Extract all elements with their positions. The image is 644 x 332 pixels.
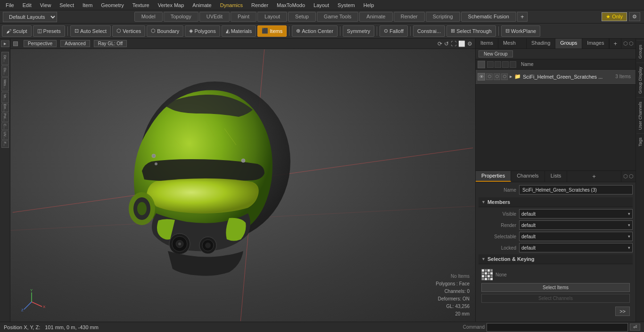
add-panel-tab-button[interactable]: + <box>609 39 621 49</box>
raygl-button[interactable]: Ray GL: Off <box>94 40 127 47</box>
arrow-expand-button[interactable]: >> <box>615 307 630 316</box>
menu-maxtomodo[interactable]: MaxToModo <box>273 1 309 9</box>
tab-properties[interactable]: Properties <box>476 171 511 182</box>
tab-topology[interactable]: Topology <box>164 12 198 22</box>
tab-paint[interactable]: Paint <box>231 12 256 22</box>
tab-animate[interactable]: Animate <box>359 12 392 22</box>
viewport[interactable]: Perspective Advanced Ray GL: Off ⟳ ↺ ⛶ ⬜… <box>10 39 475 322</box>
menu-edit[interactable]: Edit <box>19 1 35 9</box>
auto-select-button[interactable]: ⊡ Auto Select <box>70 25 111 37</box>
tab-shading[interactable]: Shading <box>527 39 555 49</box>
sculpt-button[interactable]: 🖌 Sculpt <box>2 25 32 37</box>
select-items-button[interactable]: Select Items <box>481 283 630 292</box>
select-through-button[interactable]: ⊞ Select Through <box>446 25 495 37</box>
group-icon-lock[interactable]: ⬡ <box>501 73 508 80</box>
sidebar-item-du[interactable]: Du... <box>1 65 9 77</box>
vertices-button[interactable]: ⬡ Vertices <box>112 25 145 37</box>
menu-geometry[interactable]: Geometry <box>97 1 127 9</box>
menu-animate[interactable]: Animate <box>189 1 215 9</box>
props-expand-icon[interactable]: ⬡ <box>623 173 628 179</box>
sidebar-item-de[interactable]: De... <box>1 52 9 65</box>
perspective-button[interactable]: Perspective <box>24 40 57 47</box>
tab-setup[interactable]: Setup <box>288 12 316 22</box>
layout-dropdown[interactable]: Default Layouts <box>3 12 57 22</box>
settings-button[interactable]: ⚙ <box>629 12 640 21</box>
viewport-corner[interactable] <box>13 41 18 46</box>
vert-tab-groups[interactable]: Groups <box>636 40 644 63</box>
tab-model[interactable]: Model <box>134 12 163 22</box>
presets-button[interactable]: ◫ Presets <box>33 25 65 37</box>
menu-layout[interactable]: Layout <box>310 1 333 9</box>
sidebar-item-vert[interactable]: Ve... <box>1 92 9 103</box>
viewport-icon-expand[interactable]: ⛶ <box>451 40 456 47</box>
add-props-tab-button[interactable]: + <box>588 171 600 182</box>
menu-render[interactable]: Render <box>248 1 272 9</box>
viewport-icon-settings[interactable]: ⚙ <box>467 40 472 47</box>
tab-render[interactable]: Render <box>394 12 425 22</box>
menu-system[interactable]: System <box>334 1 359 9</box>
sidebar-item-em[interactable]: Em... <box>1 104 9 112</box>
tab-items[interactable]: Items <box>476 39 498 49</box>
members-section-header[interactable]: ▼ Members <box>479 197 633 207</box>
sidebar-item-pol[interactable]: Pol... <box>1 113 9 122</box>
command-submit-button[interactable]: ⏎ <box>630 324 640 331</box>
render-dropdown[interactable]: default ▾ <box>519 220 633 230</box>
menu-select[interactable]: Select <box>56 1 78 9</box>
tab-layout[interactable]: Layout <box>257 12 287 22</box>
group-icon-type[interactable]: ⬡ <box>494 73 500 80</box>
constraints-button[interactable]: Constrai... <box>413 25 445 37</box>
menu-view[interactable]: View <box>36 1 55 9</box>
menu-texture[interactable]: Texture <box>129 1 153 9</box>
menu-dynamics[interactable]: Dynamics <box>216 1 247 9</box>
menu-vertex-map[interactable]: Vertex Map <box>154 1 188 9</box>
add-layout-tab-button[interactable]: + <box>517 12 528 22</box>
materials-button[interactable]: ◭ Materials <box>222 25 256 37</box>
action-center-button[interactable]: ⊕ Action Center <box>292 25 338 37</box>
tab-channels[interactable]: Channels <box>511 171 545 182</box>
menu-file[interactable]: File <box>2 1 18 9</box>
tab-schematic-fusion[interactable]: Schematic Fusion <box>461 12 516 22</box>
props-collapse-icon[interactable]: ⬡ <box>629 173 634 179</box>
group-visibility-toggle[interactable]: 👁 <box>478 73 485 81</box>
select-channels-button[interactable]: Select Channels <box>481 294 630 303</box>
tab-mesh[interactable]: Mesh ... <box>498 39 527 49</box>
menu-help[interactable]: Help <box>360 1 378 9</box>
selectable-dropdown[interactable]: default ▾ <box>519 232 633 241</box>
locked-dropdown[interactable]: default ▾ <box>519 243 633 252</box>
sel-keying-section-header[interactable]: ▼ Selection & Keying <box>479 254 633 264</box>
viewport-icon-rotate[interactable]: ⟳ <box>438 40 442 47</box>
sidebar-item-c[interactable]: C... <box>1 122 9 130</box>
vert-tab-group-display[interactable]: Group Display <box>636 63 644 97</box>
falloff-button[interactable]: ⊙ Falloff <box>380 25 408 37</box>
star-only-button[interactable]: ★ Only <box>602 12 627 21</box>
vert-tab-user-channels[interactable]: User Channels <box>636 97 644 134</box>
items-button[interactable]: ⬛ Items <box>257 25 287 37</box>
tab-game-tools[interactable]: Game Tools <box>317 12 359 22</box>
group-list-item[interactable]: 👁 ⬡ ⬡ ⬡ ▸ 📁 SciFi_Helmet_Green_Scratches… <box>476 70 636 84</box>
sidebar-toggle[interactable]: ▶ <box>1 40 9 47</box>
tab-groups[interactable]: Groups <box>555 39 582 49</box>
tab-lists[interactable]: Lists <box>545 171 568 182</box>
workplane-button[interactable]: ⊟ WorkPlane <box>501 25 541 37</box>
polygons-button[interactable]: ◈ Polygons <box>185 25 220 37</box>
panel-expand-icon[interactable]: ⬡ <box>623 40 628 47</box>
command-input[interactable] <box>487 323 628 332</box>
sidebar-item-uv[interactable]: UV... <box>1 130 9 140</box>
vert-tab-tags[interactable]: Tags <box>636 133 644 150</box>
sidebar-item-f[interactable]: F... <box>1 140 9 148</box>
group-icon-render[interactable]: ⬡ <box>486 73 493 80</box>
group-expand-icon[interactable]: ▸ <box>510 73 512 80</box>
boundary-button[interactable]: ⬡ Boundary <box>147 25 183 37</box>
viewport-canvas[interactable]: No Items Polygons : Face Channels: 0 Def… <box>10 49 475 322</box>
menu-item[interactable]: Item <box>79 1 96 9</box>
tab-scripting[interactable]: Scripting <box>426 12 460 22</box>
viewport-icon-maximize[interactable]: ⬜ <box>458 40 465 47</box>
advanced-button[interactable]: Advanced <box>60 40 90 47</box>
new-group-button[interactable]: New Group <box>479 50 513 57</box>
sidebar-item-mesh[interactable]: Mes... <box>1 77 9 91</box>
visible-dropdown[interactable]: default ▾ <box>519 209 633 219</box>
tab-uvedit[interactable]: UVEdit <box>199 12 230 22</box>
name-input[interactable] <box>519 185 633 194</box>
tab-images[interactable]: Images <box>582 39 609 49</box>
panel-collapse-icon[interactable]: ⬡ <box>629 40 634 47</box>
